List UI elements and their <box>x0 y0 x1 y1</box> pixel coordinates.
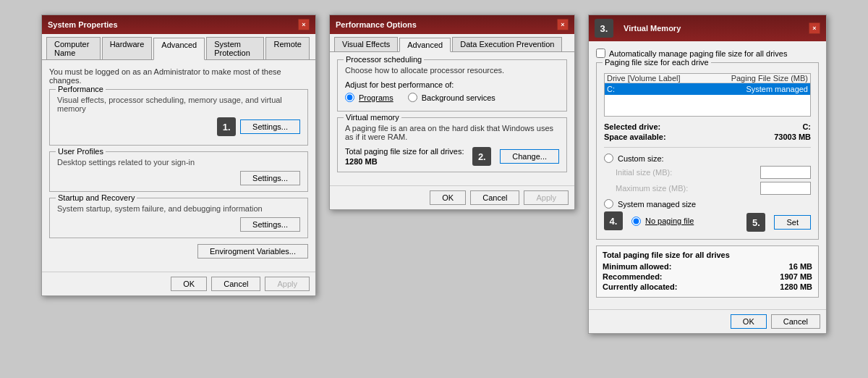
initial-size-label: Initial size (MB): <box>616 168 672 177</box>
startup-recovery-desc: System startup, system failure, and debu… <box>57 204 300 213</box>
sys-props-apply-btn[interactable]: Apply <box>265 277 310 291</box>
system-properties-titlebar: System Properties × <box>42 15 315 34</box>
bg-services-radio-row: Background services <box>408 93 495 102</box>
step5-badge: 5. <box>746 213 765 232</box>
set-btn[interactable]: Set <box>774 215 811 230</box>
selected-drive-row: Selected drive: C: <box>604 122 811 131</box>
startup-recovery-settings-btn[interactable]: Settings... <box>240 217 300 232</box>
perf-ok-btn[interactable]: OK <box>430 190 466 205</box>
performance-options-titlebar: Performance Options × <box>330 15 574 34</box>
initial-size-input[interactable] <box>760 166 811 179</box>
min-allowed-label: Minimum allowed: <box>603 262 671 271</box>
maximum-size-input[interactable] <box>760 182 811 195</box>
system-managed-radio[interactable] <box>604 199 613 209</box>
perf-apply-btn[interactable]: Apply <box>524 190 569 205</box>
space-available-row: Space available: 73003 MB <box>604 133 811 141</box>
perf-cancel-btn[interactable]: Cancel <box>470 190 519 205</box>
programs-radio-row: Programs <box>345 93 393 102</box>
auto-manage-label: Automatically manage paging file size fo… <box>609 49 787 58</box>
performance-btn-row: 1. Settings... <box>57 117 300 139</box>
total-paging-label: Total paging file size for all drives: <box>345 147 464 156</box>
performance-settings-btn[interactable]: Settings... <box>240 119 300 134</box>
drive-list-header: Drive [Volume Label] Paging File Size (M… <box>605 74 810 83</box>
system-managed-label: System managed size <box>618 200 696 209</box>
system-properties-content: You must be logged on as an Administrato… <box>42 60 315 272</box>
user-profiles-btn-row: Settings... <box>57 171 300 185</box>
sys-props-ok-btn[interactable]: OK <box>171 277 207 291</box>
env-variables-btn[interactable]: Envirogment Variables... <box>197 244 308 259</box>
custom-size-radio-row: Custom size: <box>604 154 811 163</box>
virtual-memory-close[interactable]: × <box>809 22 820 34</box>
user-profiles-group: User Profiles Desktop settings related t… <box>49 151 308 192</box>
tab-dep[interactable]: Data Execution Prevention <box>452 37 562 51</box>
currently-allocated-value: 1280 MB <box>780 282 812 291</box>
currently-allocated-row: Currently allocated: 1280 MB <box>603 282 812 291</box>
bg-services-radio[interactable] <box>408 93 417 102</box>
min-allowed-row: Minimum allowed: 16 MB <box>603 262 812 271</box>
virt-mem-ok-btn[interactable]: OK <box>731 314 767 329</box>
virtual-memory-window: 3. Virtual Memory × Automatically manage… <box>588 14 827 334</box>
processor-scheduling-group: Processor scheduling Choose how to alloc… <box>337 59 567 112</box>
no-paging-label: No paging file <box>645 217 694 225</box>
tab-computer-name[interactable]: Computer Name <box>46 37 101 59</box>
startup-recovery-group: Startup and Recovery System startup, sys… <box>49 198 308 238</box>
recommended-value: 1907 MB <box>780 272 812 281</box>
tab-remote[interactable]: Remote <box>265 37 310 59</box>
programs-label: Programs <box>359 93 393 102</box>
system-properties-close[interactable]: × <box>298 19 310 30</box>
tab-visual-effects[interactable]: Visual Effects <box>334 37 398 51</box>
system-properties-bottom-buttons: OK Cancel Apply <box>42 272 315 295</box>
step1-badge: 1. <box>217 117 236 136</box>
total-paging-box: Total paging file size for all drives Mi… <box>596 245 819 298</box>
virtual-memory-titlebar: 3. Virtual Memory × <box>589 15 826 41</box>
total-paging-title: Total paging file size for all drives <box>603 251 812 259</box>
virt-mem-cancel-btn[interactable]: Cancel <box>771 314 820 329</box>
virtual-memory-bottom-buttons: OK Cancel <box>589 309 826 333</box>
custom-size-radio[interactable] <box>604 154 613 163</box>
sys-props-cancel-btn[interactable]: Cancel <box>211 277 260 291</box>
selected-drive-label: Selected drive: <box>604 122 660 131</box>
tab-hardware[interactable]: Hardware <box>102 37 153 59</box>
drive-row-c[interactable]: C: System managed <box>605 83 810 95</box>
performance-title: Performance <box>56 85 106 93</box>
tab-advanced-perf[interactable]: Advanced <box>399 38 451 52</box>
change-btn[interactable]: Change... <box>500 149 559 164</box>
virtual-memory-content: Automatically manage paging file size fo… <box>589 41 826 309</box>
no-paging-radio[interactable] <box>631 217 641 226</box>
system-properties-title: System Properties <box>48 20 118 29</box>
bg-services-label: Background services <box>422 93 495 102</box>
performance-options-bottom-buttons: OK Cancel Apply <box>330 185 574 209</box>
virtual-memory-group: Virtual memory A paging file is an area … <box>337 117 567 172</box>
tab-system-protection[interactable]: System Protection <box>206 37 264 59</box>
total-paging-value: 1280 MB <box>345 157 464 166</box>
performance-options-close[interactable]: × <box>557 19 569 30</box>
virtual-memory-title: Virtual Memory <box>624 24 681 33</box>
drive-list: Drive [Volume Label] Paging File Size (M… <box>604 73 811 117</box>
step2-badge: 2. <box>472 147 491 166</box>
drive-col-header: Drive [Volume Label] <box>607 74 681 83</box>
step3-badge: 3. <box>595 19 613 38</box>
tab-advanced[interactable]: Advanced <box>153 38 205 60</box>
currently-allocated-label: Currently allocated: <box>603 282 677 291</box>
drive-c-label: C: <box>607 85 615 93</box>
no-paging-radio-row: 4. No paging file <box>604 211 694 230</box>
user-profiles-title: User Profiles <box>56 147 106 156</box>
user-profiles-settings-btn[interactable]: Settings... <box>240 171 300 185</box>
recommended-row: Recommended: 1907 MB <box>603 272 812 281</box>
adjust-label: Adjust for best performance of: <box>345 80 559 89</box>
system-properties-window: System Properties × Computer Name Hardwa… <box>41 14 316 296</box>
proc-sched-desc: Choose how to allocate processor resourc… <box>345 66 559 75</box>
step4-badge: 4. <box>604 211 623 230</box>
drive-c-size: System managed <box>746 85 808 93</box>
virtual-memory-title: Virtual memory <box>344 113 401 122</box>
performance-group: Performance Visual effects, processor sc… <box>49 89 308 146</box>
virt-mem-desc: A paging file is an area on the hard dis… <box>345 124 559 141</box>
admin-info-text: You must be logged on as an Administrato… <box>49 67 308 85</box>
paging-file-title: Paging file size for each drive <box>603 58 711 67</box>
auto-manage-checkbox[interactable] <box>596 49 605 58</box>
programs-radio[interactable] <box>345 93 354 102</box>
space-available-value: 73003 MB <box>774 133 811 141</box>
startup-recovery-btn-row: Settings... <box>57 217 300 232</box>
min-allowed-value: 16 MB <box>789 262 812 271</box>
system-properties-tabbar: Computer Name Hardware Advanced System P… <box>42 34 315 60</box>
